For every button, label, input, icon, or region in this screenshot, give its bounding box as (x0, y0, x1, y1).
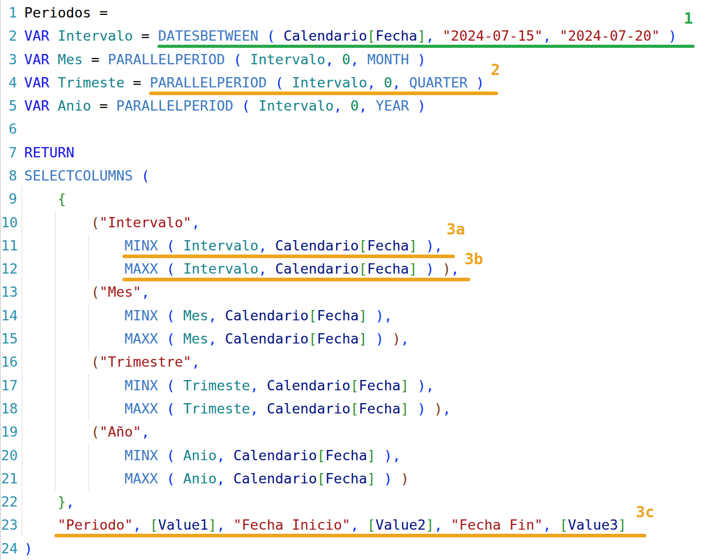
code-text: ) (24, 537, 32, 560)
code-text: VAR Mes = PARALLELPERIOD ( Intervalo, 0,… (24, 48, 425, 71)
code-token: , (350, 517, 359, 533)
code-line[interactable]: 13 ("Mes", (1, 280, 728, 303)
code-token: , (133, 517, 141, 533)
code-token (376, 471, 384, 486)
line-number: 23 (1, 513, 17, 536)
code-text: }, (24, 490, 75, 513)
code-line[interactable]: 21 MAXX ( Anio, Calendario[Fecha] ) ) (1, 467, 728, 490)
code-line[interactable]: 7RETURN (1, 141, 728, 164)
code-token: PARALLELPERIOD (108, 51, 225, 67)
code-text: MAXX ( Mes, Calendario[Fecha] ) ), (24, 327, 409, 350)
indent-guide (22, 444, 22, 467)
code-line[interactable]: 24) (1, 537, 728, 560)
code-token: ] (618, 517, 626, 533)
code-token: = (91, 98, 116, 114)
code-token: , (217, 517, 225, 533)
code-token: Calendario (233, 471, 317, 486)
code-token (24, 401, 125, 417)
code-token (225, 517, 233, 533)
code-token: "Periodo" (58, 517, 133, 533)
line-number: 1 (1, 1, 17, 24)
code-token: [ (309, 331, 317, 347)
line-number: 7 (1, 141, 17, 164)
code-token (49, 98, 58, 114)
code-token: Value2 (376, 517, 426, 533)
code-line[interactable]: 4VAR Trimeste = PARALLELPERIOD ( Interva… (1, 71, 728, 94)
code-token: ( (166, 377, 174, 393)
code-token: , (325, 51, 333, 67)
line-number: 6 (1, 117, 17, 140)
code-line[interactable]: 14 MINX ( Mes, Calendario[Fecha] ), (1, 304, 728, 327)
code-line[interactable]: 5VAR Anio = PARALLELPERIOD ( Intervalo, … (1, 94, 728, 117)
code-token (24, 354, 91, 370)
code-text: MAXX ( Intervalo, Calendario[Fecha] ) ), (24, 257, 459, 280)
code-token: ( (166, 261, 174, 277)
code-token: , (350, 51, 359, 67)
code-token: Periodos = (24, 5, 108, 21)
code-line[interactable]: 6 (1, 117, 728, 140)
code-token: SELECTCOLUMNS (24, 168, 133, 184)
code-token: , (543, 517, 551, 533)
code-token: , (543, 28, 551, 44)
code-token (267, 238, 275, 254)
code-token (417, 261, 425, 277)
code-token: Intervalo (292, 75, 367, 91)
code-token: Value3 (568, 517, 618, 533)
code-token: [ (350, 377, 359, 393)
code-token: VAR (24, 75, 49, 91)
code-token (24, 331, 125, 347)
code-token: Mes (183, 308, 208, 323)
line-number: 12 (1, 257, 17, 280)
code-token: MAXX (125, 401, 158, 417)
code-token: ( (91, 284, 99, 300)
code-token (24, 191, 58, 207)
line-number: 8 (1, 164, 17, 187)
code-line[interactable]: 16 ("Trimestre", (1, 350, 728, 373)
code-token (551, 28, 559, 44)
code-token: Mes (58, 51, 83, 67)
code-line[interactable]: 11 MINX ( Intervalo, Calendario[Fecha] )… (1, 234, 728, 257)
code-token: , (384, 308, 392, 323)
code-token: [ (150, 517, 158, 533)
code-token (258, 377, 267, 393)
code-line[interactable]: 1Periodos = (1, 1, 728, 24)
code-token (24, 424, 91, 440)
code-token: ] (409, 261, 417, 277)
code-token: = (133, 28, 158, 44)
line-number: 13 (1, 280, 17, 303)
code-token: , (451, 261, 459, 277)
code-line[interactable]: 10 ("Intervalo", (1, 211, 728, 234)
code-token (225, 51, 233, 67)
code-token: , (334, 98, 342, 114)
code-token (24, 447, 125, 463)
code-line[interactable]: 19 ("Año", (1, 420, 728, 443)
code-line[interactable]: 20 MINX ( Anio, Calendario[Fecha] ), (1, 444, 728, 467)
code-line[interactable]: 3VAR Mes = PARALLELPERIOD ( Intervalo, 0… (1, 48, 728, 71)
code-token: MINX (125, 238, 158, 254)
code-token (367, 98, 376, 114)
indent-guide (22, 211, 22, 234)
indent-guide (22, 304, 22, 327)
code-line[interactable]: 22 }, (1, 490, 728, 513)
code-token: , (367, 75, 376, 91)
code-token: Calendario (225, 331, 309, 347)
code-text: MAXX ( Trimeste, Calendario[Fecha] ) ), (24, 397, 451, 420)
code-line[interactable]: 9 { (1, 187, 728, 210)
code-line[interactable]: 18 MAXX ( Trimeste, Calendario[Fecha] ) … (1, 397, 728, 420)
code-token: "Fecha Inicio" (233, 517, 350, 533)
code-token (401, 75, 409, 91)
code-line[interactable]: 17 MINX ( Trimeste, Calendario[Fecha] ), (1, 374, 728, 397)
code-token: MINX (125, 447, 158, 463)
code-line[interactable]: 8SELECTCOLUMNS ( (1, 164, 728, 187)
code-line[interactable]: 15 MAXX ( Mes, Calendario[Fecha] ) ), (1, 327, 728, 350)
code-token: , (191, 214, 200, 230)
code-text: ("Mes", (24, 280, 150, 303)
code-token: [ (359, 261, 367, 277)
code-line[interactable]: 23 "Periodo", [Value1], "Fecha Inicio", … (1, 513, 728, 536)
code-token: ( (91, 354, 99, 370)
code-token (225, 471, 233, 486)
code-line[interactable]: 2VAR Intervalo = DATESBETWEEN ( Calendar… (1, 24, 728, 47)
indent-guide (22, 327, 22, 350)
code-token: "2024-07-20" (560, 28, 660, 44)
code-line[interactable]: 12 MAXX ( Intervalo, Calendario[Fecha] )… (1, 257, 728, 280)
